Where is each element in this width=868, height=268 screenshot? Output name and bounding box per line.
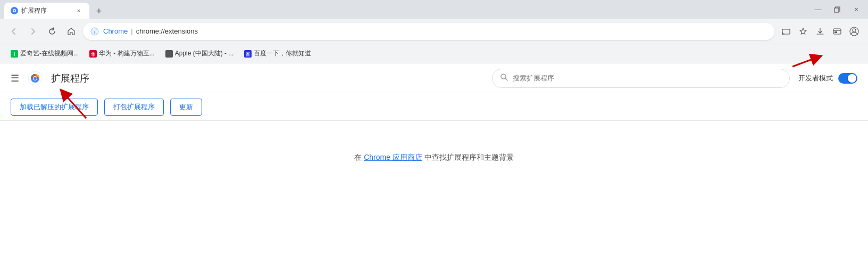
- svg-text:i: i: [14, 51, 15, 56]
- bookmark-apple[interactable]: Apple (中国大陆) - ...: [161, 47, 238, 60]
- bookmark-huawei-label: 华为 - 构建万物互...: [99, 49, 155, 58]
- bookmark-iqiyi[interactable]: i 爱奇艺-在线视频网...: [6, 47, 83, 60]
- address-input[interactable]: i Chrome | chrome://extensions: [83, 23, 774, 40]
- profile-icon[interactable]: [847, 24, 862, 39]
- chrome-text: Chrome: [103, 27, 128, 35]
- hamburger-menu-icon[interactable]: ☰: [11, 72, 19, 84]
- bookmarks-bar: i 爱奇艺-在线视频网... 华 华为 - 构建万物互... Apple (中国…: [0, 44, 868, 63]
- bookmark-apple-label: Apple (中国大陆) - ...: [175, 49, 234, 58]
- search-icon: [500, 73, 508, 83]
- svg-rect-15: [165, 50, 173, 58]
- address-bar-actions: [779, 24, 862, 39]
- pack-extension-button[interactable]: 打包扩展程序: [104, 99, 164, 116]
- extensions-header: ☰ 扩展程序 开发者模式: [0, 63, 868, 93]
- bookmark-huawei-icon: 华: [89, 50, 97, 58]
- window-controls: — ×: [811, 2, 864, 17]
- bookmark-iqiyi-label: 爱奇艺-在线视频网...: [20, 49, 79, 58]
- bookmark-baidu-label: 百度一下，你就知道: [254, 49, 311, 58]
- chrome-logo: [28, 71, 43, 86]
- load-extension-button[interactable]: 加载已解压的扩展程序: [11, 99, 98, 116]
- address-url: chrome://extensions: [136, 27, 198, 35]
- svg-point-21: [34, 77, 37, 80]
- active-tab[interactable]: 扩展程序 ×: [4, 3, 89, 19]
- empty-state-text: 在 Chrome 应用商店 中查找扩展程序和主题背景: [354, 153, 513, 163]
- svg-point-10: [853, 29, 856, 32]
- close-button[interactable]: ×: [849, 2, 864, 17]
- refresh-button[interactable]: [45, 24, 60, 39]
- tab-area: 扩展程序 × +: [4, 0, 106, 19]
- svg-text:i: i: [94, 29, 95, 34]
- search-bar[interactable]: [492, 69, 790, 88]
- title-bar: 扩展程序 × + — ×: [0, 0, 868, 19]
- bookmark-baidu[interactable]: 百 百度一下，你就知道: [240, 47, 315, 60]
- chrome-store-link[interactable]: Chrome 应用商店: [364, 153, 422, 161]
- download-icon[interactable]: [813, 24, 828, 39]
- star-icon[interactable]: [796, 24, 811, 39]
- dev-mode-toggle[interactable]: [838, 73, 857, 84]
- bookmark-apple-icon: [165, 50, 173, 58]
- dev-mode-area: 开发者模式: [798, 73, 857, 84]
- address-bar: i Chrome | chrome://extensions: [0, 19, 868, 44]
- tab-search-icon[interactable]: [830, 24, 845, 39]
- page-title: 扩展程序: [51, 72, 483, 85]
- tab-favicon: [11, 7, 18, 14]
- address-text: Chrome | chrome://extensions: [103, 27, 198, 35]
- update-button[interactable]: 更新: [170, 99, 202, 116]
- dev-mode-label: 开发者模式: [798, 74, 833, 83]
- dev-toolbar: 加载已解压的扩展程序 打包扩展程序 更新: [0, 93, 868, 121]
- bookmark-iqiyi-icon: i: [11, 50, 18, 58]
- bookmark-baidu-icon: 百: [244, 50, 252, 58]
- svg-rect-6: [782, 29, 790, 34]
- minimize-button[interactable]: —: [811, 2, 825, 17]
- new-tab-button[interactable]: +: [91, 4, 106, 19]
- svg-rect-7: [833, 29, 841, 34]
- tab-title: 扩展程序: [21, 6, 71, 15]
- empty-state: 在 Chrome 应用商店 中查找扩展程序和主题背景: [0, 121, 868, 194]
- address-separator: |: [131, 27, 132, 35]
- home-button[interactable]: [64, 24, 79, 39]
- search-input[interactable]: [513, 74, 782, 82]
- forward-button[interactable]: [26, 24, 40, 39]
- svg-text:百: 百: [246, 52, 250, 56]
- svg-point-2: [14, 10, 15, 12]
- restore-button[interactable]: [830, 2, 845, 17]
- lock-icon: i: [90, 27, 99, 36]
- bookmark-huawei[interactable]: 华 华为 - 构建万物互...: [85, 47, 159, 60]
- svg-rect-3: [834, 8, 839, 12]
- back-button[interactable]: [6, 24, 21, 39]
- svg-rect-8: [834, 31, 837, 33]
- cast-icon[interactable]: [779, 24, 794, 39]
- toggle-thumb: [848, 74, 856, 83]
- svg-text:华: 华: [90, 52, 96, 56]
- tab-close-button[interactable]: ×: [74, 6, 83, 15]
